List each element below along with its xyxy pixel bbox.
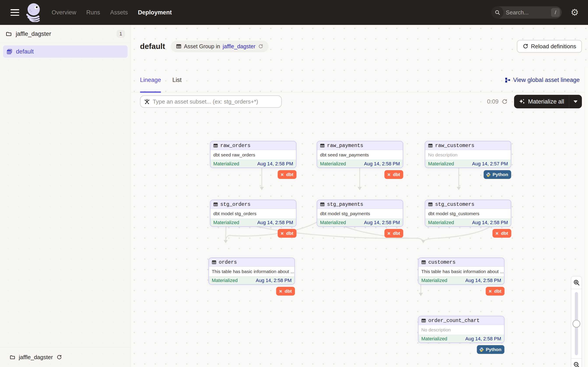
nav-item-assets[interactable]: Assets [110, 9, 128, 16]
zoom-slider-thumb[interactable] [572, 320, 580, 328]
status-badge: Materialized [428, 161, 454, 167]
dbt-badge[interactable]: dbt [384, 229, 403, 238]
zoom-slider[interactable] [571, 289, 582, 359]
status-badge: Materialized [213, 220, 239, 225]
asset-node-raw_orders[interactable]: raw_ordersdbt seed raw_ordersMaterialize… [210, 141, 296, 168]
asset-node-header: orders [209, 258, 294, 267]
status-badge: Materialized [320, 161, 346, 167]
tab-list[interactable]: List [172, 68, 182, 93]
materialize-all-button[interactable]: Materialize all [514, 95, 582, 108]
asset-name: stg_customers [435, 202, 474, 207]
hamburger-menu-icon[interactable] [10, 9, 19, 16]
asset-node-raw_payments[interactable]: raw_paymentsdbt seed raw_paymentsMateria… [317, 141, 403, 168]
nav-item-overview[interactable]: Overview [52, 9, 76, 16]
asset-node-customers[interactable]: customersThis table has basic informatio… [418, 258, 504, 285]
reload-definitions-button[interactable]: Reload definitions [517, 40, 582, 53]
badge-label: dbt [286, 172, 293, 177]
asset-node-header: raw_payments [317, 141, 403, 150]
asset-status-row: MaterializedAug 14, 2:58 PM [418, 276, 504, 284]
python-badge[interactable]: Python [484, 170, 511, 179]
asset-selector-icon [144, 99, 150, 105]
asset-subset-input[interactable] [153, 98, 278, 105]
asset-name: orders [219, 259, 237, 265]
dbt-logo-icon [387, 172, 391, 177]
badge-label: dbt [494, 289, 501, 294]
context-text: Asset Group in [184, 43, 220, 50]
asset-node-stg_payments[interactable]: stg_paymentsdbt model stg_paymentsMateri… [317, 200, 403, 227]
badge-label: Python [486, 347, 501, 352]
context-repo-link[interactable]: jaffle_dagster [223, 43, 256, 50]
search-icon [491, 6, 503, 18]
materialization-timestamp[interactable]: Aug 14, 2:58 PM [364, 161, 400, 167]
materialization-timestamp[interactable]: Aug 14, 2:58 PM [257, 220, 293, 225]
asset-node-orders[interactable]: ordersThis table has basic information a… [208, 258, 295, 285]
scrollbar[interactable] [585, 68, 588, 367]
chevron-down-icon [574, 100, 578, 103]
dbt-badge[interactable]: dbt [384, 170, 403, 179]
refresh-icon[interactable] [502, 99, 508, 105]
refresh-icon[interactable] [258, 44, 263, 49]
asset-node-header: stg_orders [210, 200, 296, 209]
dbt-badge[interactable]: dbt [276, 287, 295, 296]
status-badge: Materialized [320, 220, 346, 225]
dbt-badge[interactable]: dbt [277, 229, 296, 238]
tab-lineage[interactable]: Lineage [140, 68, 161, 93]
materialization-timestamp[interactable]: Aug 14, 2:58 PM [472, 220, 508, 225]
asset-node-header: order_count_chart [418, 316, 504, 325]
nav-item-deployment[interactable]: Deployment [138, 9, 172, 16]
materialize-options-dropdown[interactable] [569, 95, 582, 108]
asset-status-row: MaterializedAug 14, 2:58 PM [210, 160, 296, 167]
lineage-graph-canvas[interactable]: 0:09 Materialize all [131, 93, 585, 367]
primary-nav: Overview Runs Assets Deployment [52, 9, 172, 16]
dagster-logo-icon[interactable] [25, 3, 42, 22]
zoom-in-button[interactable] [571, 276, 582, 289]
refresh-icon[interactable] [56, 355, 62, 360]
dbt-badge[interactable]: dbt [493, 229, 511, 238]
folder-icon [10, 354, 15, 360]
asset-description: This table has basic information about .… [418, 267, 504, 276]
asset-status-row: MaterializedAug 14, 2:58 PM [317, 218, 403, 226]
materialization-timestamp[interactable]: Aug 14, 2:58 PM [364, 220, 400, 225]
table-icon [213, 143, 218, 148]
lineage-edges [131, 93, 585, 367]
materialization-timestamp[interactable]: Aug 14, 2:58 PM [257, 161, 293, 167]
zoom-out-button[interactable] [571, 359, 582, 367]
asset-description: dbt model stg_orders [210, 209, 296, 218]
asset-node-header: customers [418, 258, 504, 267]
asset-node-raw_customers[interactable]: raw_customersNo descriptionMaterializedA… [425, 141, 511, 168]
view-global-asset-lineage-link[interactable]: View global asset lineage [505, 77, 580, 83]
asset-node-stg_orders[interactable]: stg_ordersdbt model stg_ordersMaterializ… [210, 200, 296, 227]
reload-icon [523, 43, 528, 49]
status-badge: Materialized [212, 278, 238, 283]
search-input[interactable] [503, 9, 551, 16]
table-icon [428, 202, 433, 207]
materialization-timestamp[interactable]: Aug 14, 2:57 PM [472, 161, 508, 167]
settings-gear-icon[interactable]: ⚙ [571, 8, 579, 17]
materialization-timestamp[interactable]: Aug 14, 2:58 PM [256, 278, 292, 283]
asset-status-row: MaterializedAug 14, 2:58 PM [317, 160, 403, 167]
table-icon [176, 44, 181, 49]
dbt-logo-icon [495, 231, 499, 236]
nav-item-runs[interactable]: Runs [86, 9, 100, 16]
asset-status-row: MaterializedAug 14, 2:57 PM [425, 160, 511, 167]
dbt-badge[interactable]: dbt [486, 287, 504, 296]
asset-node-order_count_chart[interactable]: order_count_chartNo descriptionMateriali… [418, 316, 504, 343]
status-badge: Materialized [428, 220, 454, 225]
badge-label: dbt [285, 289, 292, 294]
dbt-logo-icon [280, 231, 284, 236]
asset-name: stg_orders [220, 202, 251, 207]
python-badge[interactable]: Python [477, 345, 504, 354]
search-shortcut-key: / [551, 8, 560, 17]
sidebar-item-default-group[interactable]: default [3, 45, 128, 58]
asset-subset-filter[interactable] [140, 95, 282, 108]
materialization-timestamp[interactable]: Aug 14, 2:58 PM [465, 336, 501, 342]
table-icon [213, 202, 218, 207]
sidebar-repo-jaffle-dagster[interactable]: jaffle_dagster 1 [0, 25, 130, 43]
page-title: default [140, 42, 165, 51]
tabs-row: Lineage List View global asset lineage [131, 68, 586, 93]
materialization-timestamp[interactable]: Aug 14, 2:58 PM [465, 278, 501, 283]
asset-node-stg_customers[interactable]: stg_customersdbt model stg_customersMate… [425, 200, 511, 227]
status-badge: Materialized [213, 161, 239, 167]
global-search[interactable]: / [491, 6, 562, 18]
dbt-badge[interactable]: dbt [277, 170, 296, 179]
